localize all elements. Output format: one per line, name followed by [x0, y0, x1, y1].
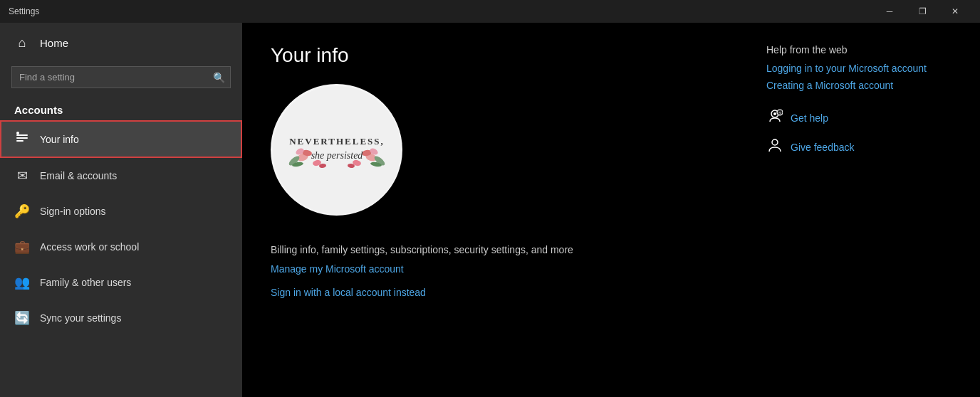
restore-button[interactable]: ❐	[906, 0, 939, 23]
sidebar: ⌂ Home 🔍 Accounts Your info ✉ Email & ac…	[0, 23, 242, 397]
sidebar-item-sync[interactable]: 🔄 Sync your settings	[0, 300, 242, 336]
help-actions: ? Get help Give feedback	[766, 108, 952, 157]
sync-icon: 🔄	[14, 310, 30, 326]
sidebar-section-title: Accounts	[0, 97, 242, 120]
sidebar-item-sign-in[interactable]: 🔑 Sign-in options	[0, 194, 242, 229]
svg-text:she persisted: she persisted	[311, 150, 363, 161]
minimize-button[interactable]: ─	[873, 0, 906, 23]
window-controls: ─ ❐ ✕	[873, 0, 971, 23]
search-input[interactable]	[11, 66, 231, 88]
sign-in-local-link[interactable]: Sign in with a local account instead	[271, 287, 426, 298]
svg-point-3	[16, 132, 19, 134]
your-info-icon	[14, 130, 30, 148]
close-button[interactable]: ✕	[939, 0, 971, 23]
sidebar-item-family[interactable]: 👥 Family & other users	[0, 265, 242, 300]
help-link-0[interactable]: Logging in to your Microsoft account	[766, 63, 952, 74]
sidebar-label-signin: Sign-in options	[40, 206, 106, 217]
billing-info-text: Billing info, family settings, subscript…	[271, 244, 952, 255]
avatar: NEVERTHELESS, she persisted	[271, 84, 402, 216]
sidebar-item-home[interactable]: ⌂ Home	[0, 23, 242, 63]
family-icon: 👥	[14, 275, 30, 290]
sidebar-label-family: Family & other users	[40, 277, 131, 288]
sidebar-label-work: Access work or school	[40, 241, 139, 253]
email-icon: ✉	[14, 168, 30, 184]
svg-rect-0	[16, 134, 28, 136]
get-help-label: Get help	[791, 112, 828, 124]
help-title: Help from the web	[766, 44, 952, 55]
svg-text:NEVERTHELESS,: NEVERTHELESS,	[289, 136, 385, 147]
svg-rect-2	[16, 140, 24, 142]
sidebar-label-your-info: Your info	[40, 134, 79, 145]
get-help-action[interactable]: ? Get help	[766, 108, 952, 127]
help-panel: Help from the web Logging in to your Mic…	[766, 44, 952, 157]
title-bar: Settings ─ ❐ ✕	[0, 0, 980, 23]
sidebar-item-your-info[interactable]: Your info	[0, 120, 242, 158]
sidebar-item-email-accounts[interactable]: ✉ Email & accounts	[0, 158, 242, 194]
main-content: Your info	[242, 23, 980, 397]
give-feedback-label: Give feedback	[791, 142, 855, 153]
search-icon: 🔍	[213, 72, 225, 83]
home-icon: ⌂	[14, 36, 30, 51]
svg-point-22	[773, 112, 776, 115]
help-link-1[interactable]: Creating a Microsoft account	[766, 80, 952, 91]
app-title: Settings	[9, 6, 39, 16]
svg-rect-1	[16, 137, 28, 139]
key-icon: 🔑	[14, 203, 30, 219]
give-feedback-action[interactable]: Give feedback	[766, 137, 952, 157]
app-body: ⌂ Home 🔍 Accounts Your info ✉ Email & ac…	[0, 23, 980, 397]
manage-account-link[interactable]: Manage my Microsoft account	[271, 263, 404, 275]
avatar-svg: NEVERTHELESS, she persisted	[273, 86, 401, 214]
sidebar-search: 🔍	[11, 66, 231, 88]
sidebar-label-email: Email & accounts	[40, 170, 117, 181]
sidebar-home-label: Home	[40, 37, 68, 49]
svg-point-25	[772, 139, 778, 145]
briefcase-icon: 💼	[14, 239, 30, 255]
give-feedback-icon	[766, 137, 783, 157]
sidebar-item-access-work[interactable]: 💼 Access work or school	[0, 229, 242, 265]
get-help-icon: ?	[766, 108, 783, 127]
sidebar-label-sync: Sync your settings	[40, 312, 121, 324]
